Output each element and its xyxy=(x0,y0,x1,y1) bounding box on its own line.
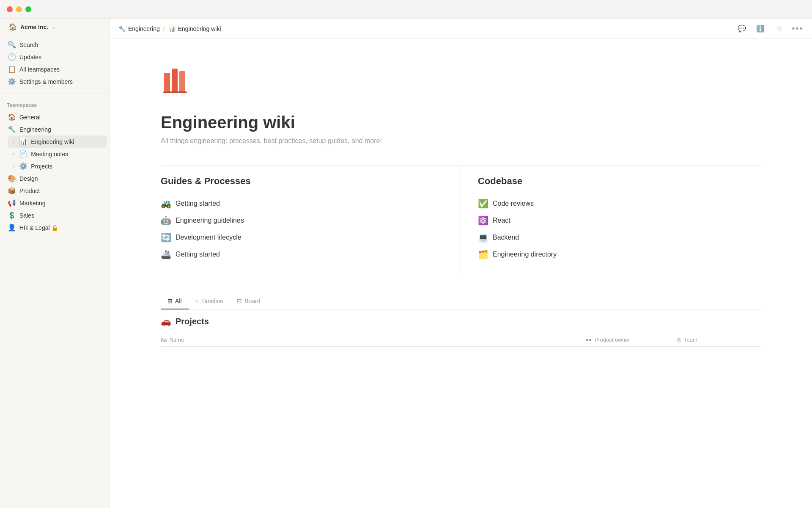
sidebar-item-label: All teamspaces xyxy=(19,66,102,73)
dollar-icon: 💲 xyxy=(8,211,16,219)
sidebar-item-label: Engineering wiki xyxy=(31,138,102,145)
link-code-reviews[interactable]: ✅ Code reviews xyxy=(478,195,761,212)
sidebar-item-engineering-wiki[interactable]: › 📊 Engineering wiki xyxy=(8,135,107,148)
atom-icon: ⚛️ xyxy=(478,215,488,226)
workspace-name: Acme Inc. xyxy=(20,24,48,30)
sidebar-item-marketing[interactable]: 📢 Marketing xyxy=(3,197,107,209)
projects-label: Projects xyxy=(176,317,209,326)
link-getting-started-2[interactable]: 🚢 Getting started xyxy=(161,246,444,263)
page-title: Engineering wiki xyxy=(161,113,761,132)
col-header-name: Aa Name xyxy=(161,337,579,343)
sidebar-item-label: HR & Legal 🔒 xyxy=(19,224,102,231)
content-grid: Guides & Processes 🚜 Getting started 🤖 E… xyxy=(161,165,761,273)
topbar-actions: 💬 ℹ️ ☆ ••• xyxy=(736,23,804,35)
person-icon: 👤 xyxy=(8,224,16,232)
chevron-right-icon: › xyxy=(13,164,14,168)
refresh-icon: 🔄 xyxy=(161,232,171,243)
link-label: React xyxy=(493,217,510,224)
page-icon xyxy=(161,64,761,105)
sidebar-item-settings[interactable]: ⚙️ Settings & members xyxy=(3,75,107,88)
window-chrome xyxy=(0,0,812,19)
wiki-breadcrumb-icon: 📊 xyxy=(168,25,176,32)
breadcrumb-separator: / xyxy=(163,25,165,32)
tab-timeline-label: Timeline xyxy=(201,298,223,304)
svg-rect-1 xyxy=(172,69,178,93)
traffic-lights xyxy=(7,6,31,12)
codebase-header: Codebase xyxy=(478,176,761,187)
breadcrumb-wiki[interactable]: 📊 Engineering wiki xyxy=(168,25,221,32)
svg-rect-2 xyxy=(179,71,185,93)
owner-col-icon: ●● xyxy=(585,337,592,343)
checklist-icon: ✅ xyxy=(478,199,488,209)
tab-timeline[interactable]: ≡ Timeline xyxy=(189,293,230,309)
codebase-column: Codebase ✅ Code reviews ⚛️ React 💻 Backe… xyxy=(461,166,761,273)
breadcrumb-engineering[interactable]: 🔧 Engineering xyxy=(118,25,160,32)
link-label: Engineering guidelines xyxy=(176,217,244,224)
close-button[interactable] xyxy=(7,6,13,12)
sidebar: 🏠 Acme Inc. ⌄ 🔍 Search 🕐 Updates 📋 All t… xyxy=(0,0,110,508)
link-development-lifecycle[interactable]: 🔄 Development lifecycle xyxy=(161,229,444,246)
link-backend[interactable]: 💻 Backend xyxy=(478,229,761,246)
notes-icon: 📄 xyxy=(19,150,27,158)
sidebar-item-hr-legal[interactable]: 👤 HR & Legal 🔒 xyxy=(3,221,107,234)
col-owner-label: Product owner xyxy=(595,337,630,343)
sidebar-item-product[interactable]: 📦 Product xyxy=(3,185,107,197)
svg-rect-0 xyxy=(164,73,170,93)
chevron-right-icon: › xyxy=(13,152,14,156)
star-icon[interactable]: ☆ xyxy=(773,23,785,35)
sidebar-item-updates[interactable]: 🕐 Updates xyxy=(3,51,107,63)
sidebar-item-sales[interactable]: 💲 Sales xyxy=(3,209,107,221)
link-label: Development lifecycle xyxy=(176,234,241,241)
sidebar-item-label: Sales xyxy=(19,212,102,219)
sidebar-item-engineering[interactable]: 🔧 Engineering xyxy=(3,123,107,135)
col-name-label: Name xyxy=(169,337,184,343)
link-label: Getting started xyxy=(176,251,220,258)
sidebar-item-projects[interactable]: › ⚙️ Projects xyxy=(8,160,107,172)
link-getting-started-1[interactable]: 🚜 Getting started xyxy=(161,195,444,212)
tractor-icon: 🚜 xyxy=(161,199,171,209)
sidebar-item-search[interactable]: 🔍 Search xyxy=(3,39,107,51)
workspace-header[interactable]: 🏠 Acme Inc. ⌄ xyxy=(3,19,107,35)
nav-section: 🔍 Search 🕐 Updates 📋 All teamspaces ⚙️ S… xyxy=(0,35,110,91)
grid-icon: 📋 xyxy=(8,65,16,73)
projects-icon: ⚙️ xyxy=(19,162,27,170)
teamspaces-section: Teamspaces 🏠 General 🔧 Engineering › 📊 E… xyxy=(0,97,110,237)
sidebar-item-label: General xyxy=(19,114,102,121)
link-engineering-directory[interactable]: 🗂️ Engineering directory xyxy=(478,246,761,263)
timeline-tab-icon: ≡ xyxy=(195,298,199,304)
sidebar-divider xyxy=(0,94,110,94)
sidebar-item-all-teamspaces[interactable]: 📋 All teamspaces xyxy=(3,63,107,75)
sidebar-item-meeting-notes[interactable]: › 📄 Meeting notes xyxy=(8,148,107,160)
tab-all[interactable]: ⊞ All xyxy=(161,293,189,309)
teamspaces-label: Teamspaces xyxy=(0,100,110,111)
sidebar-item-design[interactable]: 🎨 Design xyxy=(3,172,107,185)
link-react[interactable]: ⚛️ React xyxy=(478,212,761,229)
table-header-row: Aa Name ●● Product owner ◎ Team xyxy=(161,333,761,347)
maximize-button[interactable] xyxy=(25,6,31,12)
all-tab-icon: ⊞ xyxy=(167,298,173,304)
sidebar-item-general[interactable]: 🏠 General xyxy=(3,111,107,123)
engineering-icon: 🔧 xyxy=(118,25,126,32)
sidebar-item-label: Engineering xyxy=(19,126,102,133)
page-description: All things engineering: processes, best … xyxy=(161,137,761,145)
projects-section: 🚗 Projects Aa Name ●● Product owner ◎ Te… xyxy=(161,316,761,347)
chevron-right-icon: › xyxy=(13,139,14,144)
sidebar-item-label: Projects xyxy=(31,163,102,170)
sidebar-item-label: Settings & members xyxy=(19,78,102,85)
sidebar-item-label: Meeting notes xyxy=(31,151,102,157)
main-content: 🔧 Engineering / 📊 Engineering wiki 💬 ℹ️ … xyxy=(110,0,812,508)
guides-header: Guides & Processes xyxy=(161,176,444,187)
link-engineering-guidelines[interactable]: 🤖 Engineering guidelines xyxy=(161,212,444,229)
name-col-icon: Aa xyxy=(161,337,167,343)
sidebar-item-label: Updates xyxy=(19,54,102,61)
info-icon[interactable]: ℹ️ xyxy=(754,23,766,35)
tab-board[interactable]: ⊟ Board xyxy=(230,293,267,309)
ship-icon: 🚢 xyxy=(161,249,171,260)
comment-icon[interactable]: 💬 xyxy=(736,23,748,35)
breadcrumb: 🔧 Engineering / 📊 Engineering wiki xyxy=(118,25,736,32)
team-col-icon: ◎ xyxy=(677,337,681,343)
minimize-button[interactable] xyxy=(16,6,22,12)
breadcrumb-wiki-label: Engineering wiki xyxy=(178,25,221,32)
palette-icon: 🎨 xyxy=(8,174,16,182)
more-options-icon[interactable]: ••• xyxy=(792,23,804,35)
